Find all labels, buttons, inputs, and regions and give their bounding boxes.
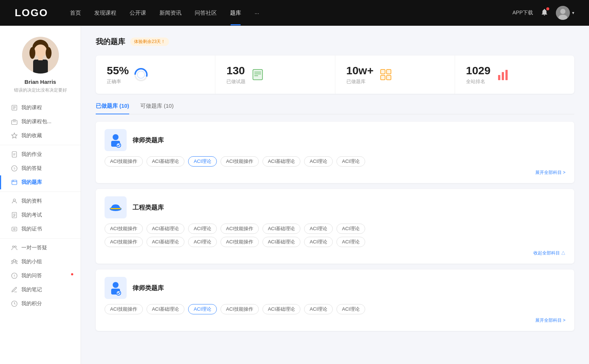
sidebar: Brian Harris 错误的决定比没有决定要好 我的课程 我的课程包... … (0, 26, 81, 364)
sidebar-item-my-qa[interactable]: 我的问答 (0, 269, 81, 283)
sidebar-item-notes[interactable]: 我的笔记 (0, 283, 81, 297)
svg-point-35 (15, 260, 17, 262)
sidebar-label-qa: 我的答疑 (21, 165, 42, 172)
svg-rect-51 (498, 75, 500, 80)
tab-available-banks[interactable]: 可做题库 (10) (140, 103, 174, 114)
logo[interactable]: LOGO (15, 7, 48, 19)
sidebar-item-profile[interactable]: 我的资料 (0, 194, 81, 208)
svg-rect-14 (12, 120, 17, 124)
tag-eng-0[interactable]: ACI技能操作 (105, 224, 143, 234)
tag-lawyer-2-4[interactable]: ACI基础理论 (262, 304, 301, 314)
svg-rect-29 (12, 227, 17, 231)
trial-badge: 体验剩余23天！ (130, 38, 169, 46)
stats-row: 55% 正确率 130 已做试题 (96, 56, 574, 94)
sidebar-label-group: 我的小组 (21, 258, 42, 265)
notification-bell[interactable] (540, 8, 549, 18)
tag-eng-1[interactable]: ACI基础理论 (147, 224, 185, 234)
nav-bank[interactable]: 题库 (230, 10, 241, 17)
bank-card-lawyer-2: 律师类题库 ACI技能操作 ACI基础理论 ACI理论 ACI技能操作 ACI基… (96, 270, 574, 331)
tag-lawyer-2-1[interactable]: ACI基础理论 (147, 304, 185, 314)
tag-lawyer-1-6[interactable]: ACI理论 (336, 156, 365, 167)
stat-accuracy: 55% 正确率 (96, 56, 215, 94)
tag-eng-r2-5[interactable]: ACI理论 (304, 237, 333, 247)
svg-rect-52 (502, 72, 504, 80)
chevron-down-icon: ▾ (572, 10, 574, 15)
tag-lawyer-1-0[interactable]: ACI技能操作 (105, 156, 143, 167)
expand-link-lawyer-1[interactable]: 展开全部科目 > (105, 169, 565, 176)
tag-lawyer-1-4[interactable]: ACI基础理论 (262, 156, 301, 167)
stat-done-banks-label: 已做题库 (346, 78, 374, 85)
nav-home[interactable]: 首页 (70, 10, 81, 17)
tag-eng-r2-2[interactable]: ACI理论 (188, 237, 217, 247)
sidebar-label-exam: 我的考试 (21, 212, 42, 218)
tag-eng-5[interactable]: ACI理论 (304, 224, 333, 234)
tag-eng-2[interactable]: ACI理论 (188, 224, 217, 234)
tag-lawyer-1-3[interactable]: ACI技能操作 (221, 156, 259, 167)
tabs-row: 已做题库 (10) 可做题库 (10) (96, 103, 574, 114)
nav-news[interactable]: 新闻资讯 (159, 10, 181, 17)
stat-done-questions-value: 130 (226, 64, 246, 77)
svg-rect-60 (110, 208, 121, 209)
bank-icon-lawyer-1 (105, 129, 127, 151)
svg-rect-9 (38, 56, 43, 60)
tag-eng-r2-3[interactable]: ACI技能操作 (221, 237, 259, 247)
nav-discover[interactable]: 发现课程 (94, 10, 116, 17)
sidebar-item-points[interactable]: 我的积分 (0, 297, 81, 311)
sidebar-label-my-qa: 我的问答 (21, 272, 42, 279)
sidebar-item-favorites[interactable]: 我的收藏 (0, 129, 81, 143)
expand-link-lawyer-2[interactable]: 展开全部科目 > (105, 317, 565, 324)
tag-eng-r2-6[interactable]: ACI理论 (336, 237, 365, 247)
sidebar-item-course-package[interactable]: 我的课程包... (0, 115, 81, 129)
sidebar-label-course-package: 我的课程包... (21, 118, 52, 125)
tag-lawyer-1-1[interactable]: ACI基础理论 (147, 156, 185, 167)
tag-eng-r2-4[interactable]: ACI基础理论 (262, 237, 301, 247)
tag-lawyer-2-6[interactable]: ACI理论 (336, 304, 365, 314)
sidebar-item-group[interactable]: 我的小组 (0, 255, 81, 269)
user-avatar-wrap[interactable]: ▾ (556, 6, 574, 20)
tags-row-lawyer-2: ACI技能操作 ACI基础理论 ACI理论 ACI技能操作 ACI基础理论 AC… (105, 304, 565, 314)
tag-lawyer-1-5[interactable]: ACI理论 (304, 156, 333, 167)
tag-lawyer-1-2[interactable]: ACI理论 (188, 156, 217, 167)
sidebar-item-bank[interactable]: 我的题库 (0, 175, 81, 189)
svg-rect-17 (12, 152, 17, 157)
svg-point-7 (46, 47, 52, 59)
nav-more[interactable]: ··· (254, 10, 259, 16)
tag-eng-r2-0[interactable]: ACI技能操作 (105, 237, 143, 247)
svg-rect-47 (381, 69, 385, 74)
bar-chart-icon (496, 68, 510, 82)
sidebar-divider-1 (0, 145, 81, 145)
svg-text:?: ? (13, 167, 15, 171)
page-title: 我的题库 (96, 37, 125, 47)
tag-lawyer-2-0[interactable]: ACI技能操作 (105, 304, 143, 314)
tab-done-banks[interactable]: 已做题库 (10) (96, 103, 129, 114)
sidebar-item-cert[interactable]: 我的证书 (0, 222, 81, 236)
sidebar-item-qa[interactable]: ? 我的答疑 (0, 161, 81, 175)
sidebar-item-exam[interactable]: 我的考试 (0, 208, 81, 222)
tag-eng-3[interactable]: ACI技能操作 (221, 224, 259, 234)
nav-qa[interactable]: 问答社区 (195, 10, 217, 17)
bank-icon-engineer (105, 196, 127, 218)
sidebar-item-homework[interactable]: 我的作业 (0, 147, 81, 161)
tag-eng-6[interactable]: ACI理论 (336, 224, 365, 234)
stat-done-banks-value: 10w+ (346, 64, 374, 77)
sidebar-label-bank: 我的题库 (21, 179, 42, 186)
svg-point-42 (137, 71, 145, 78)
app-download-button[interactable]: APP下载 (512, 10, 533, 16)
svg-point-34 (12, 260, 14, 262)
tags-row-engineer-2: ACI技能操作 ACI基础理论 ACI理论 ACI技能操作 ACI基础理论 AC… (105, 237, 565, 247)
tag-lawyer-2-2[interactable]: ACI理论 (188, 304, 217, 314)
profile-avatar (22, 37, 59, 74)
sidebar-item-my-course[interactable]: 我的课程 (0, 101, 81, 115)
tag-eng-4[interactable]: ACI基础理论 (262, 224, 301, 234)
svg-rect-49 (381, 75, 385, 80)
profile-motto: 错误的决定比没有决定要好 (10, 87, 71, 93)
nav-open-course[interactable]: 公开课 (130, 10, 146, 17)
sidebar-label-points: 我的积分 (21, 300, 42, 307)
tag-lawyer-2-3[interactable]: ACI技能操作 (221, 304, 259, 314)
collapse-link-engineer[interactable]: 收起全部科目 △ (105, 250, 565, 256)
sidebar-label-profile: 我的资料 (21, 198, 42, 204)
tag-eng-r2-1[interactable]: ACI基础理论 (147, 237, 185, 247)
bank-title-engineer: 工程类题库 (133, 203, 164, 212)
sidebar-item-1on1[interactable]: 一对一答疑 (0, 241, 81, 255)
tag-lawyer-2-5[interactable]: ACI理论 (304, 304, 333, 314)
